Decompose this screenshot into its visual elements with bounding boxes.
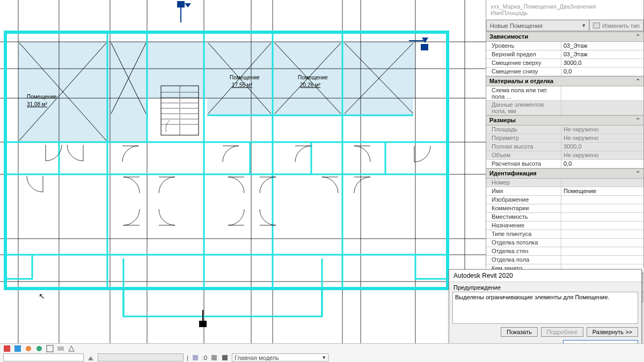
property-label: Имя xyxy=(486,187,561,195)
model-dropdown[interactable]: Главная модель ▾ xyxy=(232,353,328,361)
toolbar-icon[interactable] xyxy=(57,345,64,352)
room-fill xyxy=(273,98,342,115)
property-value[interactable] xyxy=(561,230,643,238)
property-value[interactable] xyxy=(561,239,643,247)
svg-rect-85 xyxy=(222,355,228,360)
svg-point-79 xyxy=(26,346,31,351)
property-row[interactable]: Верхний предел03_Этаж xyxy=(486,50,643,59)
filter-icon[interactable] xyxy=(192,354,199,361)
room-fill xyxy=(18,42,415,98)
property-value[interactable] xyxy=(561,213,643,221)
svg-text:17,55 м²: 17,55 м² xyxy=(232,82,253,88)
svg-text:31,08 м²: 31,08 м² xyxy=(27,101,48,107)
svg-point-80 xyxy=(36,346,42,351)
edit-type-button[interactable]: Изменить тип xyxy=(589,20,643,31)
property-value[interactable]: 03_Этаж xyxy=(561,50,643,58)
property-row[interactable]: Схема пола или тип пола ... xyxy=(486,86,643,101)
property-value: Не окружено xyxy=(561,125,643,134)
svg-rect-84 xyxy=(211,355,217,360)
property-group-header[interactable]: Идентификация⌃ xyxy=(486,168,643,179)
property-label: Расчетная высота xyxy=(486,160,561,168)
property-value xyxy=(561,101,643,115)
chevron-down-icon: ▾ xyxy=(582,22,586,29)
room-fill xyxy=(343,98,413,115)
property-value[interactable] xyxy=(561,204,643,212)
property-row[interactable]: Изображение xyxy=(486,196,643,204)
dialog-message: Выделены ограничивающие элементы для Пом… xyxy=(452,292,638,324)
type-filter-label: Новые Помещения xyxy=(490,23,543,29)
section-marker[interactable] xyxy=(177,1,191,23)
property-label: Отделка потолка xyxy=(486,239,561,247)
family-type-line2: ИмяПлощадь xyxy=(491,10,639,16)
drawing-canvas[interactable]: Помещение 31,08 м² Помещение 17,55 м² По… xyxy=(0,0,486,343)
svg-text:Помещение: Помещение xyxy=(230,75,260,80)
property-group-header[interactable]: Материалы и отделка⌃ xyxy=(486,76,643,86)
property-row[interactable]: Смещение сверху3000,0 xyxy=(486,59,643,68)
toolbar-icon[interactable] xyxy=(46,345,54,352)
property-row[interactable]: Отделка стен xyxy=(486,247,643,256)
property-value[interactable] xyxy=(561,221,643,230)
property-label: Уровень xyxy=(486,42,561,50)
property-label: Типе плинтуса xyxy=(486,230,561,238)
property-group-header[interactable]: Зависимости⌃ xyxy=(486,32,643,42)
toolbar-icon[interactable] xyxy=(35,345,43,352)
bottom-toolbar: | :0 Главная модель ▾ xyxy=(0,343,644,362)
property-label: Изображение xyxy=(486,196,561,204)
more-info-button: Подробнее xyxy=(541,327,583,337)
type-filter-dropdown[interactable]: Новые Помещения ▾ xyxy=(486,20,589,31)
property-row[interactable]: Уровень03_Этаж xyxy=(486,42,643,50)
expand-button[interactable]: Развернуть >> xyxy=(587,327,638,337)
model-dropdown-label: Главная модель xyxy=(235,354,279,361)
property-value[interactable]: 0,0 xyxy=(561,68,643,76)
property-label: Периметр xyxy=(486,134,561,142)
toolbar-icon[interactable] xyxy=(14,345,21,352)
property-row[interactable]: Типе плинтуса xyxy=(486,230,643,239)
property-label: Номер xyxy=(486,179,561,187)
property-row: Номер xyxy=(486,179,643,187)
property-row[interactable]: Смещение снизу0,0 xyxy=(486,68,643,76)
property-group-header[interactable]: Размеры⌃ xyxy=(486,115,643,125)
property-row[interactable]: Отделка потолка xyxy=(486,239,643,247)
property-row[interactable]: Отделка пола xyxy=(486,256,643,264)
section-marker[interactable] xyxy=(199,310,207,327)
home-icon[interactable] xyxy=(87,354,94,361)
property-row[interactable]: Вместимость xyxy=(486,213,643,221)
show-button[interactable]: Показать xyxy=(501,327,538,337)
toolbar-icon[interactable] xyxy=(68,345,75,352)
property-value[interactable] xyxy=(561,247,643,255)
property-value[interactable] xyxy=(561,196,643,204)
property-value[interactable]: 03_Этаж xyxy=(561,42,643,50)
property-label: Отделка пола xyxy=(486,256,561,264)
property-row[interactable]: ИмяПомещение xyxy=(486,187,643,196)
property-label: Полная высота xyxy=(486,143,561,151)
svg-text:Помещение: Помещение xyxy=(298,75,328,80)
toolbar-icon[interactable] xyxy=(221,354,229,361)
property-value[interactable] xyxy=(561,86,643,100)
property-value[interactable]: Помещение xyxy=(561,187,643,195)
property-row[interactable]: Расчетная высота0,0 xyxy=(486,160,643,168)
scale-input[interactable] xyxy=(3,353,84,361)
toolbar-icon[interactable] xyxy=(3,345,11,352)
property-value[interactable]: 0,0 xyxy=(561,160,643,168)
toolbar-icon[interactable] xyxy=(25,345,32,352)
property-label: Данные элементов пола, мм xyxy=(486,101,561,115)
property-value[interactable] xyxy=(561,256,643,264)
collapse-icon: ⌃ xyxy=(635,78,640,85)
svg-rect-76 xyxy=(199,321,207,327)
property-row: Полная высота3000,0 xyxy=(486,143,643,151)
property-value: Не окружено xyxy=(561,151,643,159)
property-value[interactable]: 3000,0 xyxy=(561,59,643,67)
toolbar-icon[interactable] xyxy=(210,354,218,361)
svg-text:Помещение: Помещение xyxy=(27,94,57,100)
separator-icon: | xyxy=(187,354,188,361)
property-value xyxy=(561,179,643,187)
edit-type-icon xyxy=(593,23,600,28)
property-label: Комментарии xyxy=(486,204,561,212)
property-label: Смещение снизу xyxy=(486,68,561,76)
property-row[interactable]: Комментарии xyxy=(486,204,643,213)
property-label: Схема пола или тип пола ... xyxy=(486,86,561,100)
svg-rect-69 xyxy=(177,1,185,8)
zoom-value: :0 xyxy=(202,354,207,361)
view-control-strip[interactable] xyxy=(98,353,184,361)
property-row[interactable]: Назначение xyxy=(486,221,643,230)
